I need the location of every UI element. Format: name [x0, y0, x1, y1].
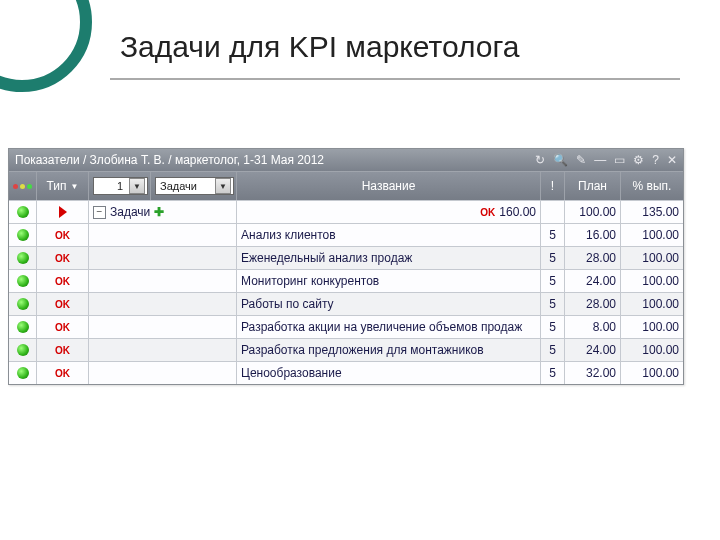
row-priority: 5 — [541, 270, 565, 292]
header-traffic[interactable] — [9, 172, 37, 200]
status-badge: OK — [37, 339, 89, 361]
table-row[interactable]: OKРазработка предложения для монтажников… — [9, 338, 683, 361]
header-plan[interactable]: План — [565, 172, 621, 200]
parent-priority — [541, 201, 565, 223]
row-plan: 28.00 — [565, 293, 621, 315]
header-type-label: Тип — [47, 179, 67, 193]
spacer-cell — [89, 270, 237, 292]
row-plan: 16.00 — [565, 224, 621, 246]
header-name[interactable]: Название — [237, 172, 541, 200]
status-badge: OK — [37, 362, 89, 384]
status-badge: OK — [37, 224, 89, 246]
row-name: Еженедельный анализ продаж — [237, 247, 541, 269]
tools-icon[interactable]: ✎ — [576, 153, 586, 167]
title-underline — [110, 78, 680, 80]
parent-total: 160.00 — [499, 205, 536, 219]
window-titlebar: Показатели / Злобина Т. В. / маркетолог,… — [9, 149, 683, 171]
row-pct: 100.00 — [621, 224, 683, 246]
row-name: Анализ клиентов — [237, 224, 541, 246]
parent-ok-badge: OK — [480, 207, 495, 218]
row-plan: 28.00 — [565, 247, 621, 269]
status-dot — [9, 201, 37, 223]
parent-name-cell[interactable]: − Задачи ✚ — [89, 201, 237, 223]
status-badge: OK — [37, 247, 89, 269]
minimize-icon[interactable]: — — [594, 153, 606, 167]
status-dot — [9, 224, 37, 246]
titlebar-toolbar: ↻ 🔍 ✎ — ▭ ⚙ ? ✕ — [535, 153, 677, 167]
help-icon[interactable]: ? — [652, 153, 659, 167]
row-name: Разработка акции на увеличение объемов п… — [237, 316, 541, 338]
table-row[interactable]: OKАнализ клиентов516.00100.00 — [9, 223, 683, 246]
window-title: Показатели / Злобина Т. В. / маркетолог,… — [15, 153, 324, 167]
row-priority: 5 — [541, 247, 565, 269]
table-row[interactable]: OKМониторинг конкурентов524.00100.00 — [9, 269, 683, 292]
table-row[interactable]: OKРаботы по сайту528.00100.00 — [9, 292, 683, 315]
maximize-icon[interactable]: ▭ — [614, 153, 625, 167]
parent-pct: 135.00 — [621, 201, 683, 223]
status-dot — [9, 316, 37, 338]
sort-value: 1 — [96, 180, 126, 192]
row-pct: 100.00 — [621, 293, 683, 315]
row-priority: 5 — [541, 339, 565, 361]
header-priority[interactable]: ! — [541, 172, 565, 200]
spacer-cell — [89, 339, 237, 361]
status-badge: OK — [37, 316, 89, 338]
header-category[interactable]: Задачи ▼ — [151, 172, 237, 200]
status-dot — [9, 362, 37, 384]
header-sort[interactable]: 1 ▼ — [89, 172, 151, 200]
row-name: Работы по сайту — [237, 293, 541, 315]
row-pct: 100.00 — [621, 339, 683, 361]
settings-icon[interactable]: ⚙ — [633, 153, 644, 167]
category-value: Задачи — [158, 180, 212, 192]
status-dot — [9, 270, 37, 292]
dropdown-arrow-icon[interactable]: ▼ — [215, 178, 231, 194]
row-name: Разработка предложения для монтажников — [237, 339, 541, 361]
row-pct: 100.00 — [621, 362, 683, 384]
search-icon[interactable]: 🔍 — [553, 153, 568, 167]
row-pct: 100.00 — [621, 270, 683, 292]
table-row[interactable]: OKЕженедельный анализ продаж528.00100.00 — [9, 246, 683, 269]
status-dot — [9, 293, 37, 315]
row-pct: 100.00 — [621, 247, 683, 269]
row-flag-icon — [37, 201, 89, 223]
header-pct[interactable]: % вып. — [621, 172, 683, 200]
row-priority: 5 — [541, 316, 565, 338]
add-icon[interactable]: ✚ — [154, 205, 164, 219]
close-icon[interactable]: ✕ — [667, 153, 677, 167]
parent-value-cell: OK 160.00 — [237, 201, 541, 223]
parent-name: Задачи — [110, 205, 150, 219]
kpi-panel: Показатели / Злобина Т. В. / маркетолог,… — [8, 148, 684, 385]
row-plan: 8.00 — [565, 316, 621, 338]
row-plan: 24.00 — [565, 270, 621, 292]
status-dot — [9, 339, 37, 361]
status-badge: OK — [37, 293, 89, 315]
row-priority: 5 — [541, 293, 565, 315]
refresh-icon[interactable]: ↻ — [535, 153, 545, 167]
table-row[interactable]: OKРазработка акции на увеличение объемов… — [9, 315, 683, 338]
table-header-row: Тип ▼ 1 ▼ Задачи ▼ Название ! План % вып… — [9, 171, 683, 200]
row-name: Ценообразование — [237, 362, 541, 384]
decorative-circle — [0, 0, 92, 92]
spacer-cell — [89, 247, 237, 269]
header-type[interactable]: Тип ▼ — [37, 172, 89, 200]
parent-plan: 100.00 — [565, 201, 621, 223]
row-plan: 32.00 — [565, 362, 621, 384]
collapse-icon[interactable]: − — [93, 206, 106, 219]
parent-row[interactable]: − Задачи ✚ OK 160.00 100.00 135.00 — [9, 200, 683, 223]
status-badge: OK — [37, 270, 89, 292]
status-dot — [9, 247, 37, 269]
dropdown-arrow-icon[interactable]: ▼ — [129, 178, 145, 194]
spacer-cell — [89, 316, 237, 338]
spacer-cell — [89, 224, 237, 246]
row-name: Мониторинг конкурентов — [237, 270, 541, 292]
row-priority: 5 — [541, 362, 565, 384]
spacer-cell — [89, 293, 237, 315]
row-plan: 24.00 — [565, 339, 621, 361]
table-row[interactable]: OKЦенообразование532.00100.00 — [9, 361, 683, 384]
row-pct: 100.00 — [621, 316, 683, 338]
page-title: Задачи для KPI маркетолога — [120, 30, 519, 64]
row-priority: 5 — [541, 224, 565, 246]
spacer-cell — [89, 362, 237, 384]
